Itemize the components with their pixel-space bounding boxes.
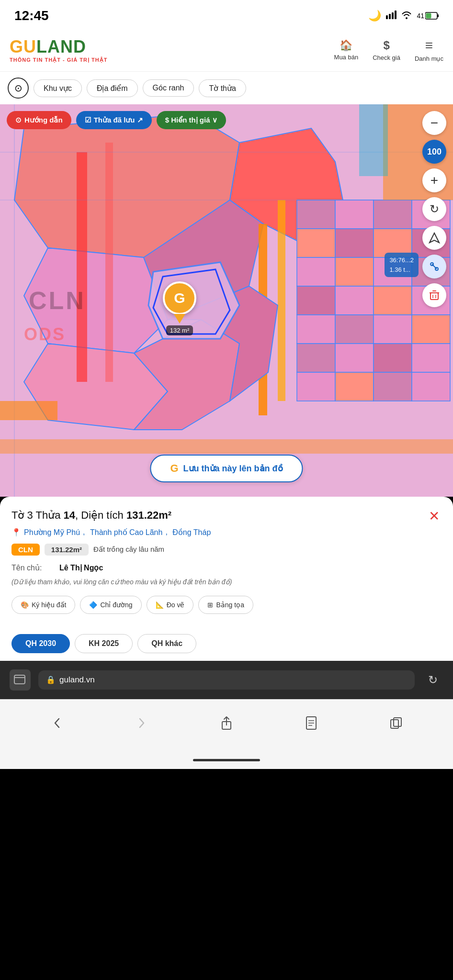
svg-rect-30 [374,315,412,344]
svg-rect-12 [297,200,335,229]
do-ve-button[interactable]: 📐 Đo vẽ [147,596,194,614]
refresh-button[interactable]: ↻ [422,197,446,221]
tabs-button[interactable] [384,711,408,735]
map-area[interactable]: CLN ODS ⊙ Hướng dẫn ☑ Thửa đã lưu ↗ $ Hi… [0,104,453,497]
signal-icon [386,10,396,22]
svg-rect-45 [77,152,87,382]
nav-check-gia-label: Check giá [373,54,400,61]
thua-da-luu-button[interactable]: ☑ Thửa đã lưu ↗ [76,111,152,129]
coord-1: 36:76...2 [389,256,414,265]
info-panel: ✕ Tờ 3 Thửa 14, Diện tích 131.22m² 📍 Phư… [0,497,453,626]
wifi-icon [401,10,412,22]
svg-rect-20 [297,257,335,286]
marker-pin [174,314,185,323]
menu-icon: ≡ [425,38,433,53]
back-button[interactable] [45,711,69,735]
filter-to-thua[interactable]: Tờ thửa [199,79,246,97]
home-bar [193,759,260,761]
reload-icon: ↻ [428,673,438,687]
svg-rect-37 [335,372,374,401]
luu-thua-icon: G [170,462,178,475]
svg-rect-36 [297,372,335,401]
nav-danh-muc[interactable]: ≡ Danh mục [415,38,443,62]
coord-2: 1.36 t... [389,265,414,275]
checkbox-icon: ☑ [85,116,91,124]
svg-rect-13 [335,200,374,229]
filter-khu-vuc[interactable]: Khu vực [34,79,82,97]
info-owner: Tên chủ: Lê Thị Ngọc [11,563,442,572]
tab-qh-2030[interactable]: QH 2030 [11,634,70,653]
map-svg [0,104,453,497]
ky-hieu-dat-button[interactable]: 🎨 Ký hiệu đất [11,596,75,614]
svg-rect-34 [374,344,412,372]
tag-area: 131.22m² [45,544,89,556]
svg-rect-17 [335,229,374,257]
delete-button[interactable] [422,283,446,307]
lock-icon: 🔒 [46,675,56,684]
bookmarks-button[interactable] [299,711,323,735]
url-text: guland.vn [59,675,95,685]
share-button[interactable] [215,711,238,735]
status-icons: 🌙 41 [368,10,439,22]
svg-rect-73 [394,718,401,726]
huong-dan-button[interactable]: ⊙ Hướng dẫn [7,111,71,129]
location-phuong[interactable]: Phường Mỹ Phú [24,528,80,537]
marker-logo: G [163,281,196,315]
marker-label: 132 m² [166,325,193,335]
info-note: (Dữ liệu tham khảo, vui lòng căn cứ theo… [11,577,442,587]
filter-bar: ⊙ Khu vực Địa điểm Góc ranh Tờ thửa [0,72,453,104]
svg-rect-46 [105,143,113,382]
navigation-button[interactable] [422,226,446,250]
svg-rect-28 [297,315,335,344]
browser-tab-icon[interactable] [10,669,31,690]
logo-area: GULAND THÔNG TIN THẬT - GIÁ TRỊ THẬT [10,37,334,63]
browser-bar: 🔒 guland.vn ↻ [0,661,453,699]
svg-rect-52 [0,401,57,420]
map-overlay-top: ⊙ Hướng dẫn ☑ Thửa đã lưu ↗ $ Hiển thị g… [7,111,226,129]
battery-icon: 41 [417,12,439,20]
info-title: Tờ 3 Thửa 14, Diện tích 131.22m² [11,508,442,523]
luu-thua-button[interactable]: G Lưu thửa này lên bản đồ [150,455,303,482]
nav-mua-ban[interactable]: 🏠 Mua bán [334,39,359,61]
owner-name: Lê Thị Ngọc [59,563,103,572]
browser-reload-button[interactable]: ↻ [422,669,443,690]
svg-rect-6 [426,13,431,19]
grid-icon: ⊞ [207,601,213,609]
map-marker[interactable]: G 132 m² [163,281,196,335]
forward-button[interactable] [130,711,154,735]
svg-rect-59 [430,293,438,300]
zoom-plus-button[interactable]: + [422,168,446,192]
app-header: GULAND THÔNG TIN THẬT - GIÁ TRỊ THẬT 🏠 M… [0,29,453,72]
hien-thi-gia-button[interactable]: $ Hiển thị giá ∨ [157,111,226,129]
info-close-button[interactable]: ✕ [424,506,443,525]
tag-cln: CLN [11,544,40,556]
svg-rect-38 [374,372,412,401]
svg-rect-31 [412,315,450,344]
svg-rect-5 [438,14,439,17]
location-province[interactable]: Đồng Tháp [172,528,211,537]
svg-line-58 [432,264,437,269]
zoom-minus-button[interactable]: − [422,111,446,135]
nav-danh-muc-label: Danh mục [415,55,443,62]
filter-goc-ranh[interactable]: Góc ranh [143,79,194,97]
browser-url-bar[interactable]: 🔒 guland.vn [38,670,415,690]
nav-check-gia[interactable]: $ Check giá [373,39,400,61]
svg-rect-25 [335,286,374,315]
svg-rect-39 [412,372,450,401]
dollar-icon: $ [383,39,389,52]
chi-duong-button[interactable]: 🔷 Chỉ đường [80,596,141,614]
svg-rect-29 [335,315,374,344]
svg-rect-21 [335,257,374,286]
tag-desc: Đất trồng cây lâu năm [93,545,164,554]
plan-tabs: QH 2030 KH 2025 QH khác [0,626,453,661]
measure-button[interactable] [422,255,446,278]
svg-rect-32 [297,344,335,372]
bang-toa-button[interactable]: ⊞ Bảng tọa [198,596,253,614]
zoom-level-badge[interactable]: 100 [422,140,446,164]
location-btn[interactable]: ⊙ [8,78,29,99]
nav-mua-ban-label: Mua bán [334,54,359,61]
filter-dia-diem[interactable]: Địa điểm [87,79,138,97]
tab-kh-2025[interactable]: KH 2025 [75,634,133,653]
location-city[interactable]: Thành phố Cao Lãnh [90,528,162,537]
tab-qh-khac[interactable]: QH khác [137,634,196,653]
